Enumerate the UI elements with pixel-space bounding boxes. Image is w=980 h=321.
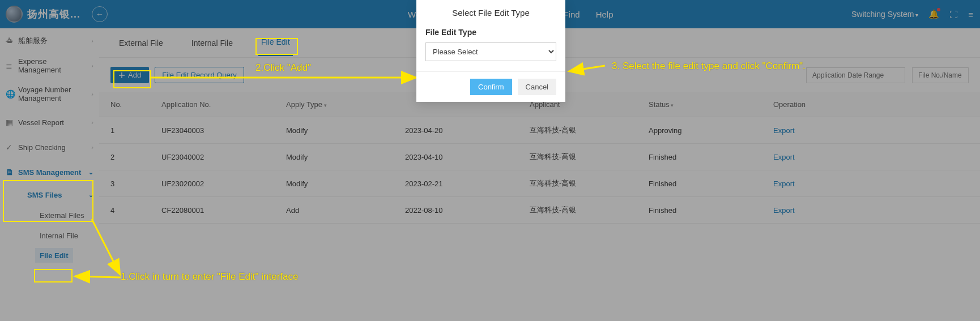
- annotation-text-step2: 2.Click "Add": [255, 62, 311, 74]
- confirm-button[interactable]: Confirm: [470, 79, 512, 95]
- modal-title: Select File Edit Type: [416, 0, 565, 28]
- file-edit-type-select[interactable]: Please Select: [425, 42, 556, 61]
- annotation-arrow-3: [566, 61, 606, 76]
- annotation-arrow-1b: [73, 272, 123, 285]
- svg-line-3: [75, 276, 121, 277]
- annotation-text-step1: 1.Click in turn to enter "File Edit" int…: [121, 271, 298, 283]
- modal-footer: Confirm Cancel: [416, 71, 565, 102]
- svg-line-2: [92, 219, 120, 275]
- cancel-button[interactable]: Cancel: [518, 79, 556, 95]
- modal-field-label: File Edit Type: [425, 28, 556, 37]
- svg-line-1: [569, 66, 605, 71]
- modal-body: File Edit Type Please Select: [416, 28, 565, 71]
- file-edit-type-modal: Select File Edit Type File Edit Type Ple…: [416, 0, 565, 102]
- annotation-text-step3: 3. Select the file edit type and click "…: [612, 61, 806, 72]
